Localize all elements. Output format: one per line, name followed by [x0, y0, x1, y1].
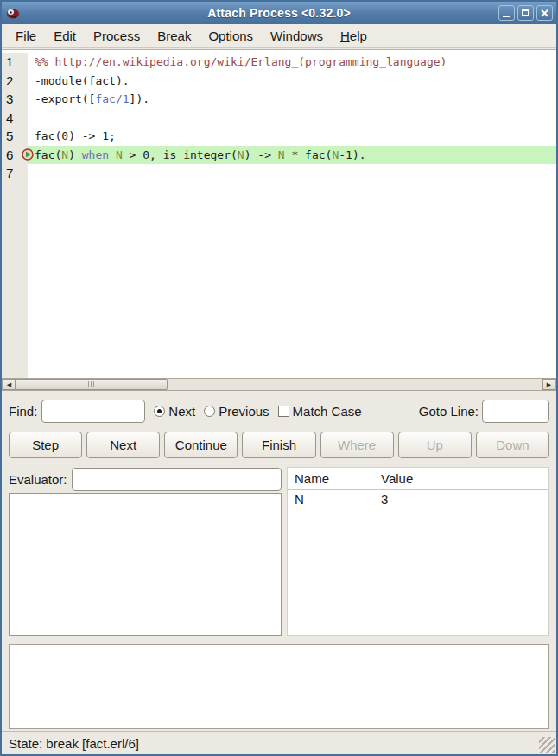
code-line-6[interactable]: 6fac(N) when N > 0, is_integer(N) -> N *…: [2, 146, 556, 165]
line-code: [28, 109, 556, 128]
match-case-checkbox[interactable]: [278, 406, 289, 417]
app-icon[interactable]: [5, 5, 21, 21]
menubar: File Edit Process Break Options Windows …: [2, 24, 556, 48]
code-line-3[interactable]: 3-export([fac/1]).: [2, 90, 556, 109]
scroll-left-icon: ◀: [7, 381, 11, 388]
window-title: Attach Process <0.32.0>: [2, 6, 556, 20]
line-number[interactable]: 5: [2, 127, 28, 146]
evaluator-label: Evaluator:: [9, 472, 67, 487]
column-header-value[interactable]: Value: [374, 468, 548, 489]
code-line-1[interactable]: 1%% http://en.wikipedia.org/wiki/Erlang_…: [2, 53, 556, 72]
column-header-name[interactable]: Name: [288, 468, 374, 489]
variable-name: N: [288, 489, 374, 508]
attach-process-window: Attach Process <0.32.0> ✕ File Edit Proc…: [0, 0, 558, 756]
line-code: %% http://en.wikipedia.org/wiki/Erlang_(…: [28, 53, 556, 72]
trace-output[interactable]: [9, 644, 549, 729]
variables-pane[interactable]: Name Value N3: [287, 467, 549, 636]
menu-windows[interactable]: Windows: [262, 26, 332, 46]
goto-line-label: Goto Line:: [419, 404, 479, 419]
resize-grip[interactable]: [539, 737, 555, 753]
horizontal-scrollbar[interactable]: ◀ ▶: [2, 378, 556, 391]
line-code: -export([fac/1]).: [28, 90, 556, 109]
code-line-4[interactable]: 4: [2, 109, 556, 128]
menu-options[interactable]: Options: [200, 26, 262, 46]
direction-next-radio[interactable]: [154, 406, 165, 417]
down-button[interactable]: Down: [476, 432, 549, 458]
code-line-2[interactable]: 2-module(fact).: [2, 72, 556, 91]
line-code: fac(0) -> 1;: [28, 127, 556, 146]
code-line-7[interactable]: 7: [2, 164, 556, 183]
line-number[interactable]: 2: [2, 72, 28, 91]
titlebar[interactable]: Attach Process <0.32.0> ✕: [2, 2, 556, 24]
code-line-5[interactable]: 5fac(0) -> 1;: [2, 127, 556, 146]
line-number[interactable]: 3: [2, 90, 28, 109]
finish-button[interactable]: Finish: [242, 432, 315, 458]
continue-button[interactable]: Continue: [164, 432, 238, 458]
scroll-right-button[interactable]: ▶: [542, 379, 555, 390]
current-line-marker-icon: [22, 148, 34, 161]
line-code: fac(N) when N > 0, is_integer(N) -> N * …: [28, 146, 556, 165]
scroll-left-button[interactable]: ◀: [3, 379, 16, 390]
status-text: State: break [fact.erl/6]: [9, 736, 139, 751]
match-case-label: Match Case: [293, 404, 362, 419]
next-button[interactable]: Next: [86, 432, 160, 458]
direction-next-label: Next: [168, 404, 195, 419]
close-icon: ✕: [540, 8, 549, 19]
gutter-fill: [2, 183, 28, 379]
menu-edit[interactable]: Edit: [45, 26, 85, 46]
variables-body: N3: [288, 489, 548, 508]
step-button[interactable]: Step: [9, 432, 82, 458]
evaluator-input[interactable]: [72, 468, 282, 491]
find-row: Find: Next Previous Match Case Goto Line…: [2, 391, 556, 431]
find-label: Find:: [9, 404, 37, 419]
scrollbar-thumb[interactable]: [16, 379, 168, 390]
line-code: [28, 164, 556, 183]
line-code: -module(fact).: [28, 72, 556, 91]
statusbar: State: break [fact.erl/6]: [2, 731, 556, 754]
thumb-grip: [93, 381, 94, 387]
menu-help[interactable]: Help: [332, 26, 376, 46]
thumb-grip: [91, 381, 92, 387]
line-number[interactable]: 7: [2, 164, 28, 183]
scroll-right-icon: ▶: [547, 381, 551, 388]
menu-break[interactable]: Break: [149, 26, 200, 46]
code-editor[interactable]: 1%% http://en.wikipedia.org/wiki/Erlang_…: [2, 49, 556, 378]
direction-previous-radio[interactable]: [204, 406, 215, 417]
line-number[interactable]: 1: [2, 53, 28, 72]
evaluator-row: Evaluator:: [9, 467, 282, 491]
direction-previous-label: Previous: [219, 404, 269, 419]
minimize-button[interactable]: [498, 5, 515, 21]
menu-process[interactable]: Process: [85, 26, 149, 46]
menu-file[interactable]: File: [7, 26, 45, 46]
close-button[interactable]: ✕: [536, 5, 553, 21]
thumb-grip: [88, 381, 89, 387]
code-lines: 1%% http://en.wikipedia.org/wiki/Erlang_…: [2, 53, 556, 183]
line-number[interactable]: 4: [2, 109, 28, 128]
variable-value: 3: [374, 489, 548, 508]
evaluator-output[interactable]: [9, 493, 282, 636]
find-input[interactable]: [41, 400, 145, 423]
up-button[interactable]: Up: [398, 432, 472, 458]
maximize-icon: [522, 9, 529, 16]
where-button[interactable]: Where: [320, 432, 394, 458]
debug-toolbar: Step Next Continue Finish Where Up Down: [9, 432, 549, 459]
maximize-button[interactable]: [517, 5, 534, 21]
table-row[interactable]: N3: [288, 489, 548, 508]
minimize-icon: [503, 16, 510, 17]
goto-line-input[interactable]: [482, 400, 549, 423]
